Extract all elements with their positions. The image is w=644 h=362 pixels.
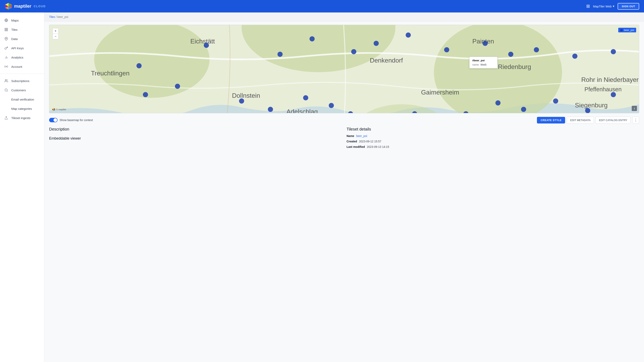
workspace-selector[interactable]: MapTiler Web ▾ bbox=[593, 4, 614, 8]
upload-icon bbox=[4, 116, 8, 120]
sidebar-label-data: Data bbox=[11, 37, 18, 41]
svg-point-63 bbox=[508, 52, 513, 57]
map-tooltip: #beer_poi name Weiß bbox=[469, 57, 498, 68]
svg-point-85 bbox=[611, 92, 616, 97]
tooltip-value: Weiß bbox=[480, 63, 486, 66]
svg-point-60 bbox=[406, 32, 411, 37]
legend-dot bbox=[620, 29, 623, 31]
map-zoom-controls: + − bbox=[52, 28, 58, 39]
zoom-in-button[interactable]: + bbox=[53, 28, 58, 33]
logo-cloud: CLOUD bbox=[34, 5, 46, 8]
header: maptiler CLOUD ⊞ MapTiler Web ▾ SIGN OUT bbox=[0, 0, 644, 12]
maptiler-logo-icon bbox=[5, 2, 12, 10]
sign-out-button[interactable]: SIGN OUT bbox=[618, 3, 639, 10]
sidebar-item-subscriptions[interactable]: Subscriptions bbox=[0, 76, 44, 85]
customers-icon bbox=[4, 88, 8, 92]
svg-text:Eichstätt: Eichstätt bbox=[190, 38, 215, 45]
map-watermark: © maptiler bbox=[52, 108, 66, 111]
sidebar-label-account: Account bbox=[11, 65, 22, 68]
svg-rect-12 bbox=[7, 30, 8, 31]
legend-label: beer_poi bbox=[624, 28, 634, 31]
map-info-button[interactable]: i bbox=[632, 106, 637, 111]
toggle-knob bbox=[54, 118, 57, 122]
more-actions-button[interactable]: ⋮ bbox=[632, 116, 639, 124]
svg-point-55 bbox=[204, 43, 209, 48]
tileset-name-row: Name beer_poi bbox=[346, 134, 639, 138]
sidebar-item-account[interactable]: Account bbox=[0, 62, 44, 71]
tooltip-row: name Weiß bbox=[472, 63, 494, 66]
sidebar-label-customers: Customers bbox=[11, 88, 26, 92]
svg-point-14 bbox=[5, 48, 6, 49]
watermark-logo bbox=[52, 108, 55, 111]
map-svg: Treuchtlingen Eichstätt Monheim Dollnste… bbox=[49, 25, 639, 113]
breadcrumb-parent[interactable]: Tiles bbox=[49, 15, 55, 18]
sidebar-label-map-categories: Map categories bbox=[11, 107, 32, 110]
tileset-modified-label: Last modified bbox=[346, 145, 365, 148]
edit-metadata-button[interactable]: EDIT METADATA bbox=[567, 117, 594, 124]
edit-catalog-button[interactable]: EDIT CATALOG ENTRY bbox=[596, 117, 631, 124]
content-area: Tiles / beer_poi bbox=[44, 12, 644, 362]
basemap-toggle: Show basemap for context bbox=[49, 118, 93, 122]
embeddable-viewer-title: Embeddable viewer bbox=[49, 136, 342, 141]
analytics-icon bbox=[4, 55, 8, 59]
svg-point-84 bbox=[585, 108, 590, 113]
svg-point-66 bbox=[611, 49, 616, 54]
sidebar-item-data[interactable]: Data bbox=[0, 34, 44, 43]
tooltip-title: #beer_poi bbox=[472, 59, 494, 62]
sidebar-item-email-verification[interactable]: Email verification bbox=[0, 95, 44, 104]
sidebar-label-subscriptions: Subscriptions bbox=[11, 79, 30, 83]
action-buttons: CREATE STYLE EDIT METADATA EDIT CATALOG … bbox=[537, 116, 639, 124]
svg-point-57 bbox=[310, 36, 314, 41]
api-key-icon bbox=[4, 46, 8, 50]
svg-point-13 bbox=[6, 38, 7, 39]
sidebar-item-analytics[interactable]: Analytics bbox=[0, 53, 44, 62]
sidebar-label-tiles: Tiles bbox=[11, 28, 18, 31]
svg-point-64 bbox=[534, 47, 539, 52]
svg-point-58 bbox=[351, 49, 356, 54]
tileset-name-value: beer_poi bbox=[356, 134, 367, 138]
tileset-modified-value: 2023-09-13 14:15 bbox=[367, 145, 389, 148]
sidebar: Maps Tiles Data API Keys Analytics bbox=[0, 12, 44, 362]
tooltip-key: name bbox=[472, 63, 479, 66]
svg-point-59 bbox=[374, 41, 379, 46]
sidebar-item-maps[interactable]: Maps bbox=[0, 16, 44, 25]
sidebar-label-api-keys: API Keys bbox=[11, 46, 24, 50]
svg-point-61 bbox=[444, 47, 449, 52]
tileset-created-value: 2023-09-12 15:57 bbox=[359, 140, 381, 143]
breadcrumb-current: beer_poi bbox=[57, 15, 68, 18]
map-container[interactable]: Treuchtlingen Eichstätt Monheim Dollnste… bbox=[49, 25, 639, 113]
breadcrumb: Tiles / beer_poi bbox=[44, 12, 644, 21]
svg-text:Gaimersheim: Gaimersheim bbox=[421, 89, 459, 96]
main-layout: Maps Tiles Data API Keys Analytics bbox=[0, 12, 644, 362]
map-categories-icon bbox=[4, 106, 8, 111]
basemap-toggle-switch[interactable] bbox=[49, 118, 58, 122]
tileset-details-title: Tileset details bbox=[346, 127, 639, 131]
svg-text:Denkendorf: Denkendorf bbox=[370, 57, 403, 64]
tileset-created-row: Created 2023-09-12 15:57 bbox=[346, 139, 639, 144]
create-style-button[interactable]: CREATE STYLE bbox=[537, 117, 565, 123]
svg-point-62 bbox=[482, 41, 488, 46]
sidebar-item-customers[interactable]: Customers bbox=[0, 85, 44, 95]
svg-point-72 bbox=[329, 103, 334, 108]
basemap-toggle-label: Show basemap for context bbox=[60, 118, 93, 122]
sidebar-label-email-verification: Email verification bbox=[11, 98, 34, 101]
sidebar-label-maps: Maps bbox=[11, 19, 19, 22]
svg-point-68 bbox=[175, 84, 180, 89]
sidebar-item-api-keys[interactable]: API Keys bbox=[0, 43, 44, 53]
header-right: ⊞ MapTiler Web ▾ SIGN OUT bbox=[586, 3, 639, 10]
svg-point-54 bbox=[136, 63, 142, 68]
description-title: Description bbox=[49, 127, 342, 131]
sidebar-item-tiles[interactable]: Tiles bbox=[0, 25, 44, 34]
grid-icon[interactable]: ⊞ bbox=[586, 3, 590, 9]
sidebar-item-tileset-ingests[interactable]: Tileset ingests bbox=[0, 113, 44, 122]
subscriptions-icon bbox=[4, 79, 8, 83]
action-bar: Show basemap for context CREATE STYLE ED… bbox=[49, 116, 639, 124]
sidebar-item-map-categories[interactable]: Map categories bbox=[0, 104, 44, 113]
svg-point-69 bbox=[239, 98, 244, 104]
svg-text:Riedenburg: Riedenburg bbox=[498, 63, 531, 70]
logo: maptiler CLOUD bbox=[5, 2, 46, 10]
svg-point-67 bbox=[143, 92, 148, 97]
email-icon bbox=[4, 97, 8, 102]
description-section: Description Embeddable viewer bbox=[49, 127, 342, 150]
zoom-out-button[interactable]: − bbox=[53, 34, 58, 39]
